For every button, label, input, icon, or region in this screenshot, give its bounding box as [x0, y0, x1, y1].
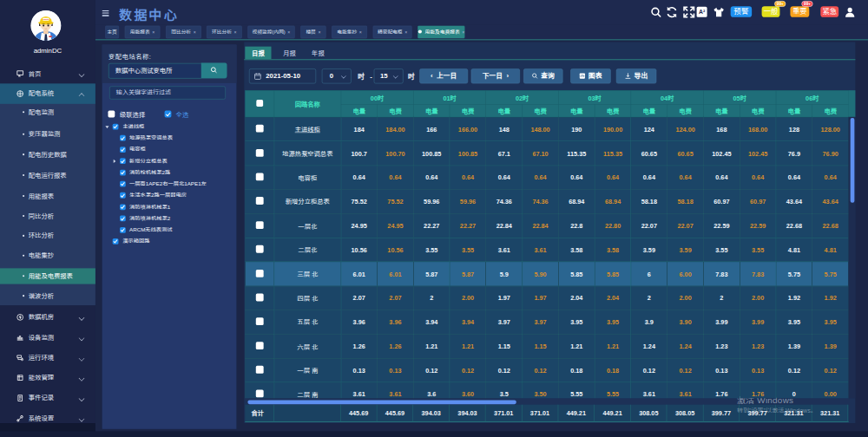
svg-text:Safety: Safety: [43, 18, 49, 20]
